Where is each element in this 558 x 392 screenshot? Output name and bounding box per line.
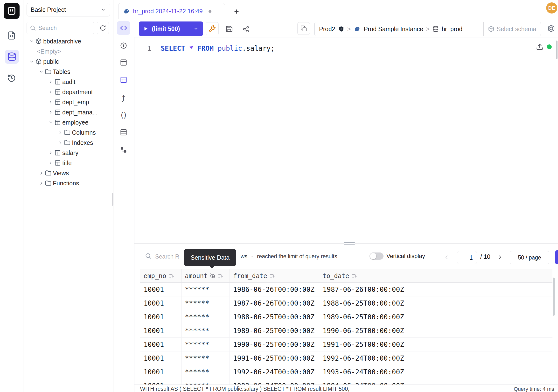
ai-assistant-icon[interactable] [545, 23, 557, 34]
data-tables-icon[interactable] [117, 73, 130, 87]
result-row[interactable]: 10001******1988-06-25T00:00:00Z1989-06-2… [140, 310, 552, 324]
tree-item-dept-emp[interactable]: dept_emp [23, 97, 113, 107]
result-cell[interactable]: 10001 [140, 351, 182, 365]
caret-right-icon[interactable] [48, 79, 53, 84]
result-cell[interactable]: ****** [182, 338, 230, 351]
result-cell[interactable]: ****** [182, 283, 230, 296]
result-cell[interactable]: 1987-06-26T00:00:00Z [230, 296, 319, 310]
prev-page-button[interactable] [441, 252, 452, 263]
result-cell[interactable]: ****** [182, 379, 230, 384]
result-cell[interactable]: 1987-06-26T00:00:00Z [319, 283, 410, 296]
result-row[interactable]: 10001******1993-06-24T00:00:00Z1994-06-2… [140, 379, 552, 384]
result-cell[interactable]: 1994-06-24T00:00:00Z [319, 379, 410, 384]
caret-right-icon[interactable] [48, 89, 53, 94]
sql-code-line[interactable]: SELECT * FROM public.salary; [161, 44, 275, 52]
refresh-schema-button[interactable] [97, 22, 109, 34]
splitter-grip[interactable] [344, 241, 355, 245]
caret-down-icon[interactable] [39, 69, 44, 74]
page-number-input[interactable]: 1 [457, 251, 477, 264]
sidebar-search-input[interactable] [38, 25, 87, 31]
tree-item-views[interactable]: Views [23, 168, 113, 178]
result-cell[interactable]: 10001 [140, 296, 182, 310]
tree-item-public[interactable]: public [23, 56, 113, 67]
run-query-button[interactable]: (limit 500) [139, 21, 203, 36]
tree-item-tables[interactable]: Tables [23, 67, 113, 77]
next-page-button[interactable] [494, 252, 506, 263]
results-drawer-button[interactable] [555, 250, 558, 264]
result-row[interactable]: 10001******1989-06-25T00:00:00Z1990-06-2… [140, 324, 552, 338]
caret-right-icon[interactable] [48, 100, 53, 105]
chevron-down-icon[interactable] [193, 26, 199, 31]
sort-icon[interactable] [352, 273, 357, 279]
caret-down-icon[interactable] [29, 59, 34, 64]
result-cell[interactable]: 1992-06-24T00:00:00Z [230, 365, 319, 379]
sidebar-search[interactable] [26, 22, 94, 34]
result-row[interactable]: 10001******1991-06-25T00:00:00Z1992-06-2… [140, 351, 552, 365]
caret-right-icon[interactable] [39, 181, 44, 186]
sort-icon[interactable] [218, 273, 223, 279]
caret-right-icon[interactable] [48, 110, 53, 115]
tree-item-audit[interactable]: audit [23, 77, 113, 87]
tree-item-empty[interactable]: <Empty> [23, 46, 113, 56]
result-cell[interactable]: 10001 [140, 379, 182, 384]
new-tab-button[interactable] [231, 6, 242, 17]
eye-off-icon[interactable] [210, 273, 215, 279]
page-size-select[interactable]: 50 / page [510, 251, 549, 264]
result-cell[interactable]: 1989-06-25T00:00:00Z [230, 324, 319, 338]
sidebar-resize-handle[interactable] [112, 193, 113, 206]
sql-file-nav-icon[interactable] [6, 30, 17, 41]
tree-item-title[interactable]: title [23, 158, 113, 168]
result-cell[interactable]: 1990-06-25T00:00:00Z [319, 324, 410, 338]
result-cell[interactable]: 10001 [140, 365, 182, 379]
column-header-from_date[interactable]: from_date [230, 269, 319, 282]
result-cell[interactable]: 1990-06-25T00:00:00Z [230, 338, 319, 351]
history-nav-icon[interactable] [6, 72, 17, 84]
result-row[interactable]: 10001******1990-06-25T00:00:00Z1991-06-2… [140, 338, 552, 351]
result-cell[interactable]: 1988-06-25T00:00:00Z [319, 296, 410, 310]
column-header-amount[interactable]: amount [182, 269, 230, 282]
database-nav-icon[interactable] [5, 50, 19, 64]
tree-item-indexes[interactable]: Indexes [23, 138, 113, 148]
result-cell[interactable]: 10001 [140, 324, 182, 338]
result-cell[interactable]: 1992-06-24T00:00:00Z [319, 351, 410, 365]
schema-selector[interactable]: Select schema [483, 22, 541, 36]
caret-down-icon[interactable] [48, 120, 53, 125]
result-cell[interactable]: ****** [182, 351, 230, 365]
result-cell[interactable]: 1986-06-26T00:00:00Z [230, 283, 319, 296]
result-cell[interactable]: 1989-06-25T00:00:00Z [319, 310, 410, 324]
result-row[interactable]: 10001******1992-06-24T00:00:00Z1993-06-2… [140, 365, 552, 379]
format-sql-button[interactable] [206, 22, 219, 35]
column-header-to_date[interactable]: to_date [319, 269, 410, 282]
tree-item-functions[interactable]: Functions [23, 178, 113, 188]
result-cell[interactable]: 1993-06-24T00:00:00Z [319, 365, 410, 379]
caret-down-icon[interactable] [29, 39, 34, 44]
sort-icon[interactable] [270, 273, 275, 279]
result-cell[interactable]: 1991-06-25T00:00:00Z [319, 338, 410, 351]
external-tables-icon[interactable] [117, 125, 130, 139]
caret-right-icon[interactable] [48, 160, 53, 165]
copy-connection-button[interactable] [297, 22, 310, 35]
functions-panel-icon[interactable]: ƒ [117, 91, 130, 104]
bytebase-logo[interactable] [4, 3, 19, 19]
worksheet-editor-icon[interactable] [117, 21, 130, 35]
result-cell[interactable]: ****** [182, 365, 230, 379]
result-cell[interactable]: ****** [182, 296, 230, 310]
tree-item-department[interactable]: department [23, 87, 113, 97]
tree-item-employee[interactable]: employee [23, 117, 113, 127]
column-header-emp_no[interactable]: emp_no [140, 269, 182, 282]
project-selector[interactable]: Basic Project [26, 3, 110, 17]
result-cell[interactable]: ****** [182, 324, 230, 338]
editor-scrollbar[interactable] [556, 41, 558, 59]
caret-right-icon[interactable] [48, 150, 53, 155]
result-cell[interactable]: ****** [182, 310, 230, 324]
procedures-panel-icon[interactable]: () [117, 108, 130, 122]
tree-item-dept-mana[interactable]: dept_mana... [23, 107, 113, 117]
caret-right-icon[interactable] [58, 140, 63, 145]
results-scrollbar[interactable] [553, 278, 555, 316]
upload-icon[interactable] [535, 43, 544, 51]
worksheet-tab[interactable]: hr_prod 2024-11-22 16:49 [118, 3, 225, 19]
save-sheet-button[interactable] [224, 24, 235, 34]
result-cell[interactable]: 10001 [140, 310, 182, 324]
tree-item-columns[interactable]: Columns [23, 127, 113, 138]
result-cell[interactable]: 1991-06-25T00:00:00Z [230, 351, 319, 365]
